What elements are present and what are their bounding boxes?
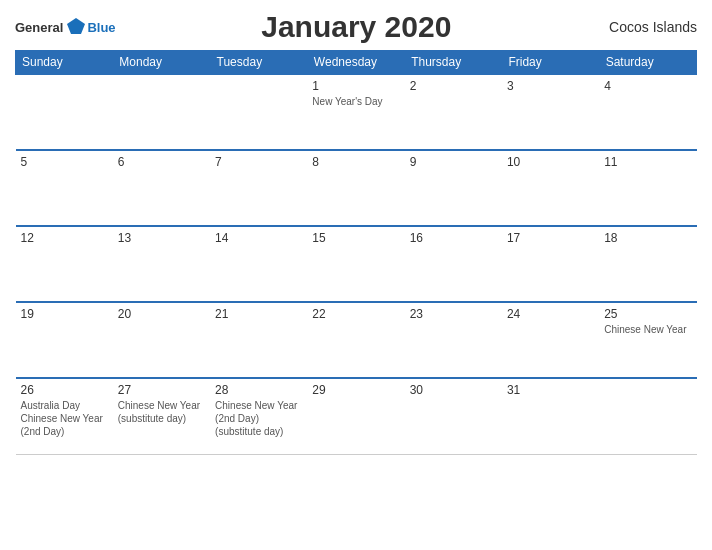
calendar-cell: 10 (502, 150, 599, 226)
calendar-week-row: 1New Year's Day234 (16, 74, 697, 150)
day-number: 22 (312, 307, 399, 321)
day-number: 19 (21, 307, 108, 321)
day-number: 15 (312, 231, 399, 245)
day-number: 18 (604, 231, 691, 245)
calendar-cell: 11 (599, 150, 696, 226)
day-number: 13 (118, 231, 205, 245)
day-number: 11 (604, 155, 691, 169)
day-number: 14 (215, 231, 302, 245)
day-number: 20 (118, 307, 205, 321)
calendar-cell (210, 74, 307, 150)
day-number: 16 (410, 231, 497, 245)
day-number: 9 (410, 155, 497, 169)
calendar-cell: 20 (113, 302, 210, 378)
calendar-cell: 18 (599, 226, 696, 302)
holiday-text: Chinese New Year (substitute day) (118, 400, 200, 424)
day-number: 26 (21, 383, 108, 397)
day-number: 5 (21, 155, 108, 169)
calendar-cell (599, 378, 696, 454)
day-header-thursday: Thursday (405, 51, 502, 75)
day-number: 2 (410, 79, 497, 93)
calendar-container: General Blue January 2020 Cocos Islands … (0, 0, 712, 550)
calendar-cell: 19 (16, 302, 113, 378)
day-number: 25 (604, 307, 691, 321)
day-number: 8 (312, 155, 399, 169)
calendar-cell: 2 (405, 74, 502, 150)
day-number: 6 (118, 155, 205, 169)
logo-general-text: General (15, 20, 63, 35)
day-number: 24 (507, 307, 594, 321)
calendar-header: General Blue January 2020 Cocos Islands (15, 10, 697, 44)
day-number: 3 (507, 79, 594, 93)
calendar-cell: 29 (307, 378, 404, 454)
calendar-cell: 8 (307, 150, 404, 226)
calendar-cell: 31 (502, 378, 599, 454)
day-number: 28 (215, 383, 302, 397)
logo-blue-text: Blue (87, 20, 115, 35)
day-header-sunday: Sunday (16, 51, 113, 75)
calendar-week-row: 12131415161718 (16, 226, 697, 302)
holiday-text: Chinese New Year (2nd Day) (substitute d… (215, 400, 297, 437)
holiday-text: New Year's Day (312, 96, 382, 107)
calendar-cell: 13 (113, 226, 210, 302)
day-header-tuesday: Tuesday (210, 51, 307, 75)
day-header-wednesday: Wednesday (307, 51, 404, 75)
day-header-saturday: Saturday (599, 51, 696, 75)
calendar-cell (16, 74, 113, 150)
day-number: 31 (507, 383, 594, 397)
day-header-friday: Friday (502, 51, 599, 75)
calendar-cell: 9 (405, 150, 502, 226)
day-number: 27 (118, 383, 205, 397)
calendar-week-row: 19202122232425Chinese New Year (16, 302, 697, 378)
day-number: 4 (604, 79, 691, 93)
day-number: 7 (215, 155, 302, 169)
day-number: 30 (410, 383, 497, 397)
calendar-cell: 15 (307, 226, 404, 302)
calendar-cell: 22 (307, 302, 404, 378)
calendar-cell: 7 (210, 150, 307, 226)
calendar-cell: 17 (502, 226, 599, 302)
calendar-cell: 12 (16, 226, 113, 302)
svg-marker-0 (67, 18, 85, 34)
day-number: 21 (215, 307, 302, 321)
day-header-monday: Monday (113, 51, 210, 75)
calendar-title: January 2020 (116, 10, 597, 44)
calendar-cell: 14 (210, 226, 307, 302)
holiday-text: Chinese New Year (604, 324, 686, 335)
day-number: 23 (410, 307, 497, 321)
region-name: Cocos Islands (597, 19, 697, 35)
calendar-cell: 5 (16, 150, 113, 226)
day-number: 29 (312, 383, 399, 397)
calendar-cell (113, 74, 210, 150)
logo-flag-icon (65, 16, 87, 38)
calendar-week-row: 26Australia DayChinese New Year (2nd Day… (16, 378, 697, 454)
calendar-cell: 23 (405, 302, 502, 378)
day-number: 17 (507, 231, 594, 245)
calendar-table: SundayMondayTuesdayWednesdayThursdayFrid… (15, 50, 697, 455)
calendar-cell: 30 (405, 378, 502, 454)
calendar-cell: 6 (113, 150, 210, 226)
calendar-cell: 25Chinese New Year (599, 302, 696, 378)
day-number: 1 (312, 79, 399, 93)
calendar-cell: 28Chinese New Year (2nd Day) (substitute… (210, 378, 307, 454)
calendar-cell: 4 (599, 74, 696, 150)
day-headers-row: SundayMondayTuesdayWednesdayThursdayFrid… (16, 51, 697, 75)
calendar-week-row: 567891011 (16, 150, 697, 226)
day-number: 10 (507, 155, 594, 169)
calendar-cell: 3 (502, 74, 599, 150)
calendar-cell: 26Australia DayChinese New Year (2nd Day… (16, 378, 113, 454)
calendar-cell: 16 (405, 226, 502, 302)
logo: General Blue (15, 16, 116, 38)
holiday-text: Australia DayChinese New Year (2nd Day) (21, 400, 103, 437)
calendar-cell: 27Chinese New Year (substitute day) (113, 378, 210, 454)
calendar-cell: 24 (502, 302, 599, 378)
calendar-cell: 1New Year's Day (307, 74, 404, 150)
day-number: 12 (21, 231, 108, 245)
calendar-cell: 21 (210, 302, 307, 378)
